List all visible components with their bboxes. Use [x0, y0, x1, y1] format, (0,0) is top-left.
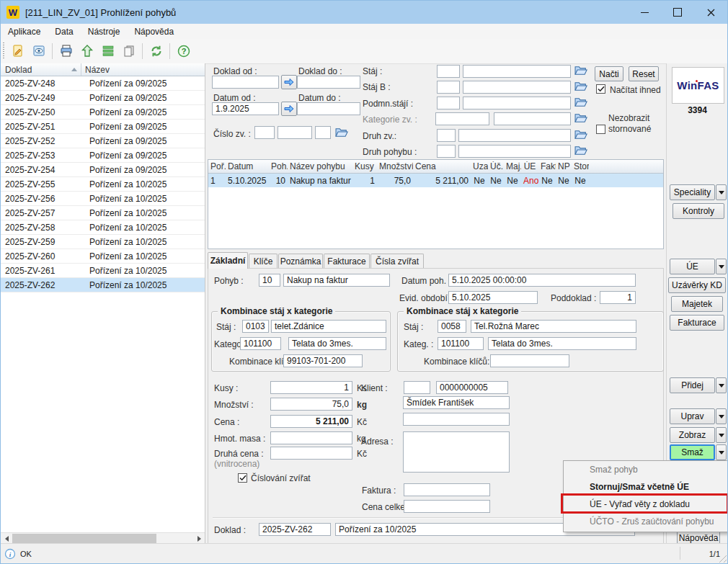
druh-pohybu-name-input[interactable]	[458, 145, 571, 158]
zobraz-button[interactable]: Zobraz	[670, 427, 715, 443]
edit-button[interactable]	[8, 42, 27, 61]
druh-pohybu-lookup-button[interactable]	[574, 145, 587, 156]
list-button[interactable]	[98, 42, 117, 61]
cena-input[interactable]: 5 211,00	[270, 415, 352, 428]
cislo-zv-input-1[interactable]	[254, 126, 275, 139]
cislo-zv-input-2[interactable]	[278, 126, 312, 139]
doklad-do-input[interactable]	[297, 76, 360, 89]
cislo-zv-lookup-button[interactable]	[335, 127, 348, 138]
pridej-button[interactable]: Přidej	[670, 377, 715, 393]
list-item[interactable]: 2025-ZV-261Pořízení za 10/2025	[1, 264, 205, 278]
list-item[interactable]: 2025-ZV-256Pořízení za 10/2025	[1, 192, 205, 206]
podmn-staji-name-input[interactable]	[463, 97, 571, 109]
druh-pohybu-code-input[interactable]	[437, 145, 456, 158]
menu-data[interactable]: Data	[48, 27, 80, 37]
header-maj[interactable]: Maj.	[504, 161, 521, 171]
help-button[interactable]: ?	[174, 42, 193, 61]
list-item[interactable]: 2025-ZV-260Pořízení za 10/2025	[1, 249, 205, 264]
menu-nastroje[interactable]: Nástroje	[81, 27, 128, 37]
tab-poznamka[interactable]: Poznámka	[278, 254, 323, 268]
ue-dropdown-button[interactable]	[716, 259, 727, 274]
druha-cena-input[interactable]	[270, 447, 352, 460]
podmn-staji-code-input[interactable]	[437, 97, 460, 109]
druh-zv-name-input[interactable]	[458, 129, 571, 142]
staj-b-code-input[interactable]	[437, 81, 460, 94]
column-header-doklad[interactable]: Doklad	[1, 63, 81, 76]
faktura-input[interactable]	[404, 483, 490, 496]
group-left-kategorie-name-input[interactable]: Telata do 3mes.	[288, 337, 386, 350]
adresa-textarea[interactable]	[403, 431, 510, 473]
minimize-button[interactable]	[628, 1, 661, 24]
klient-code-input[interactable]: 0000000005	[436, 381, 508, 394]
doklad-od-input[interactable]	[212, 76, 279, 89]
header-fakt[interactable]: Fakt	[538, 161, 556, 171]
group-right-kategorie-code-input[interactable]: 101100	[438, 337, 484, 350]
close-button[interactable]	[694, 1, 727, 24]
kusy-input[interactable]: 1	[270, 381, 352, 394]
group-left-staj-code-input[interactable]: 0103	[242, 320, 269, 333]
hmot-masa-input[interactable]	[270, 431, 352, 444]
pohyb-code-input[interactable]: 10	[259, 274, 280, 287]
datum-copy-arrow-button[interactable]	[281, 102, 297, 116]
list-item[interactable]: 2025-ZV-253Pořízení za 09/2025	[1, 148, 205, 163]
context-menu-item-ucto-zrus[interactable]: ÚČTO - Zruš zaúčtování pohybu	[564, 513, 727, 530]
movement-row-selected[interactable]: 1 5.10.2025 10 Nakup na faktur 1 75,0 5 …	[208, 174, 663, 187]
evid-obdobi-input[interactable]: 5.10.2025	[448, 291, 538, 304]
group-left-kategorie-code-input[interactable]: 101100	[240, 337, 281, 350]
header-cena[interactable]: Cena	[413, 161, 471, 171]
uprav-dropdown-button[interactable]	[716, 408, 727, 424]
smaz-button[interactable]: Smaž	[670, 444, 715, 460]
context-menu-item-smaz-pohyb[interactable]: Smaž pohyb	[564, 461, 727, 478]
cislovani-zvirat-checkbox[interactable]	[238, 473, 247, 483]
header-nazev-pohybu[interactable]: Název pohybu	[288, 161, 352, 171]
group-right-staj-name-input[interactable]: Tel.Rožná Marec	[471, 320, 636, 333]
group-left-kombinace-input[interactable]: 99103-701-200	[283, 354, 363, 367]
list-item[interactable]: 2025-ZV-255Pořízení za 10/2025	[1, 177, 205, 192]
menu-aplikace[interactable]: Aplikace	[1, 27, 48, 37]
klient-prefix-input[interactable]	[404, 381, 430, 394]
druh-zv-code-input[interactable]	[437, 129, 456, 142]
group-right-staj-code-input[interactable]: 0058	[438, 320, 466, 333]
header-por[interactable]: Poř.	[208, 161, 226, 171]
group-left-staj-name-input[interactable]: telet.Zdánice	[271, 320, 386, 333]
klient-extra-input[interactable]	[403, 413, 510, 426]
pridej-dropdown-button[interactable]	[716, 377, 727, 393]
list-item[interactable]: 2025-ZV-254Pořízení za 09/2025	[1, 163, 205, 177]
tab-fakturace[interactable]: Fakturace	[324, 254, 370, 268]
list-item[interactable]: 2025-ZV-248Pořízení za 09/2025	[1, 76, 205, 91]
maximize-button[interactable]	[661, 1, 694, 24]
header-mnozstvi[interactable]: Množství	[377, 161, 413, 171]
refresh-button[interactable]	[146, 42, 166, 61]
staj-name-input[interactable]	[463, 65, 571, 78]
datum-do-input[interactable]	[297, 102, 360, 115]
kategorie-zv-code-input[interactable]	[435, 112, 489, 125]
header-ue[interactable]: ÚE	[521, 161, 538, 171]
header-uc[interactable]: Úč.	[488, 161, 504, 171]
staj-lookup-button[interactable]	[574, 65, 587, 76]
header-kusy[interactable]: Kusy	[352, 161, 377, 171]
fakturace-button[interactable]: Fakturace	[670, 315, 724, 331]
nacitat-ihned-checkbox[interactable]	[596, 84, 605, 94]
tab-zakladni[interactable]: Základní	[208, 252, 248, 269]
list-item[interactable]: 2025-ZV-250Pořízení za 09/2025	[1, 105, 205, 120]
reset-button[interactable]: Reset	[629, 66, 659, 81]
header-np[interactable]: NP	[556, 161, 572, 171]
kontroly-button[interactable]: Kontroly	[672, 203, 724, 219]
nezobrazit-stornovane-checkbox[interactable]	[596, 125, 605, 134]
column-header-nazev[interactable]: Název	[81, 65, 110, 75]
list-item[interactable]: 2025-ZV-258Pořízení za 10/2025	[1, 220, 205, 235]
datum-od-input[interactable]: 1.9.2025	[212, 102, 279, 115]
smaz-dropdown-button[interactable]	[716, 444, 727, 460]
tab-cisla-zvirat[interactable]: Čísla zvířat	[370, 254, 424, 268]
druh-zv-lookup-button[interactable]	[574, 129, 587, 140]
staj-b-name-input[interactable]	[463, 81, 571, 94]
menu-napoveda[interactable]: Nápověda	[127, 27, 181, 37]
kategorie-zv-name-input[interactable]	[494, 112, 571, 125]
list-item[interactable]: 2025-ZV-251Pořízení za 09/2025	[1, 120, 205, 134]
print-button[interactable]	[56, 42, 76, 61]
tab-klice[interactable]: Klíče	[249, 254, 278, 268]
group-right-kombinace-input[interactable]	[490, 354, 569, 367]
export-button[interactable]	[77, 42, 97, 61]
staj-code-input[interactable]	[437, 65, 460, 78]
list-item[interactable]: 2025-ZV-257Pořízení za 10/2025	[1, 206, 205, 220]
